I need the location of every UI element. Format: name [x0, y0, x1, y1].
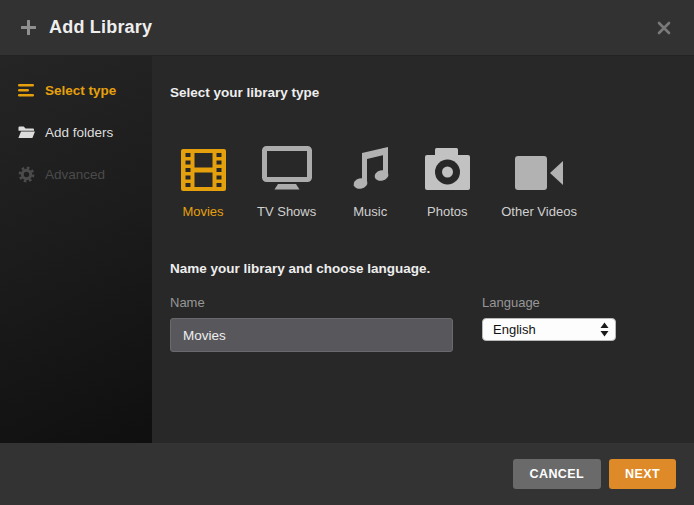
language-field-group: Language English	[482, 295, 616, 341]
sidebar-item-select-type[interactable]: Select type	[0, 69, 152, 111]
language-select[interactable]: English	[482, 318, 616, 341]
dialog-header: Add Library	[0, 0, 694, 56]
name-field-group: Name	[170, 295, 453, 352]
form-row: Name Language English	[170, 295, 694, 352]
library-type-tv-shows[interactable]: TV Shows	[257, 145, 316, 219]
music-note-icon	[349, 145, 391, 191]
sidebar-item-label: Select type	[45, 83, 116, 98]
library-type-label: Music	[353, 204, 387, 219]
video-camera-icon	[515, 145, 564, 191]
select-stepper-icon	[600, 322, 609, 337]
camera-icon	[425, 145, 470, 191]
steps-sidebar: Select type Add folders	[0, 56, 152, 443]
library-type-movies[interactable]: Movies	[180, 145, 226, 219]
add-library-dialog: Add Library Select t	[0, 0, 694, 505]
library-type-label: Photos	[427, 204, 467, 219]
tv-icon	[262, 145, 312, 191]
dialog-title: Add Library	[49, 17, 152, 38]
dialog-footer: CANCEL NEXT	[0, 443, 694, 505]
library-type-row: Movies TV Shows	[180, 145, 694, 219]
dialog-body: Select type Add folders	[0, 56, 694, 443]
sidebar-item-label: Add folders	[45, 125, 113, 140]
main-content: Select your library type	[152, 56, 694, 443]
library-type-photos[interactable]: Photos	[424, 145, 470, 219]
name-field-label: Name	[170, 295, 453, 311]
close-icon[interactable]	[654, 18, 674, 38]
library-type-label: TV Shows	[257, 204, 316, 219]
name-section-heading: Name your library and choose language.	[170, 260, 694, 277]
next-button[interactable]: NEXT	[609, 459, 676, 489]
language-field-label: Language	[482, 295, 616, 311]
library-type-music[interactable]: Music	[347, 145, 393, 219]
cancel-button[interactable]: CANCEL	[513, 459, 601, 489]
film-strip-icon	[181, 145, 226, 191]
gear-icon	[18, 166, 35, 183]
sidebar-item-advanced[interactable]: Advanced	[0, 153, 152, 195]
folder-icon	[18, 124, 35, 141]
list-type-icon	[18, 82, 35, 99]
sidebar-item-label: Advanced	[45, 167, 105, 182]
library-type-other-videos[interactable]: Other Videos	[501, 145, 577, 219]
library-type-label: Other Videos	[501, 204, 577, 219]
library-name-input[interactable]	[170, 318, 453, 352]
sidebar-item-add-folders[interactable]: Add folders	[0, 111, 152, 153]
language-selected-value: English	[493, 322, 600, 337]
library-type-label: Movies	[182, 204, 223, 219]
plus-icon	[20, 19, 37, 36]
select-type-heading: Select your library type	[170, 84, 694, 101]
